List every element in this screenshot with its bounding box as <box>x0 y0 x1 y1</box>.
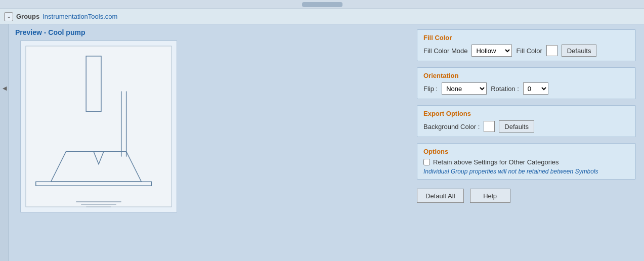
orientation-row: Flip : None Horizontal Vertical Rotation… <box>423 82 629 95</box>
orientation-section: Orientation Flip : None Horizontal Verti… <box>417 67 636 99</box>
fill-color-mode-label: Fill Color Mode <box>423 47 467 55</box>
bg-color-picker[interactable] <box>484 121 495 132</box>
right-panel: Fill Color Fill Color Mode Hollow Solid … <box>409 24 644 261</box>
scrollbar-top <box>0 0 644 9</box>
rotation-select[interactable]: 0 90 180 270 <box>523 82 548 95</box>
retain-settings-row: Retain above Settings for Other Categori… <box>423 158 629 166</box>
groups-url: InstrumentationTools.com <box>42 13 117 20</box>
retain-settings-label: Retain above Settings for Other Categori… <box>433 158 559 166</box>
export-options-row: Background Color : Defaults <box>423 120 629 133</box>
default-all-button[interactable]: Default All <box>417 189 464 203</box>
edge-arrow-icon: ◀ <box>3 85 7 92</box>
export-options-title: Export Options <box>423 110 629 117</box>
flip-label: Flip : <box>423 85 438 93</box>
fill-color-mode-select[interactable]: Hollow Solid Gradient <box>471 45 512 57</box>
rotation-label: Rotation : <box>491 85 519 93</box>
preview-box <box>20 40 177 212</box>
fill-color-picker[interactable] <box>546 45 557 56</box>
groups-collapse-button[interactable]: ⌄ <box>4 12 13 21</box>
flip-select[interactable]: None Horizontal Vertical <box>442 82 487 95</box>
bottom-buttons: Default All Help <box>417 189 636 203</box>
help-button[interactable]: Help <box>470 189 510 203</box>
fill-color-defaults-button[interactable]: Defaults <box>562 45 597 57</box>
main-area: ◀ Preview - Cool pump <box>0 24 644 261</box>
options-title: Options <box>423 148 629 155</box>
options-section: Options Retain above Settings for Other … <box>417 143 636 180</box>
left-edge: ◀ <box>0 24 9 261</box>
fill-color-row: Fill Color Mode Hollow Solid Gradient Fi… <box>423 45 629 57</box>
orientation-title: Orientation <box>423 72 629 79</box>
retain-settings-note: Individual Group properties will not be … <box>423 168 629 175</box>
export-defaults-button[interactable]: Defaults <box>499 120 534 133</box>
export-options-section: Export Options Background Color : Defaul… <box>417 105 636 137</box>
pump-drawing <box>21 41 177 212</box>
groups-label: Groups <box>16 13 39 20</box>
left-panel: Preview - Cool pump <box>9 24 409 261</box>
retain-settings-checkbox[interactable] <box>423 159 430 165</box>
scrollbar-thumb[interactable] <box>302 2 342 7</box>
fill-color-label: Fill Color <box>516 47 542 55</box>
svg-rect-0 <box>26 46 171 207</box>
fill-color-title: Fill Color <box>423 34 629 41</box>
bg-color-label: Background Color : <box>423 123 480 130</box>
fill-color-section: Fill Color Fill Color Mode Hollow Solid … <box>417 29 636 61</box>
preview-title: Preview - Cool pump <box>15 28 403 36</box>
groups-bar: ⌄ Groups InstrumentationTools.com <box>0 9 644 24</box>
